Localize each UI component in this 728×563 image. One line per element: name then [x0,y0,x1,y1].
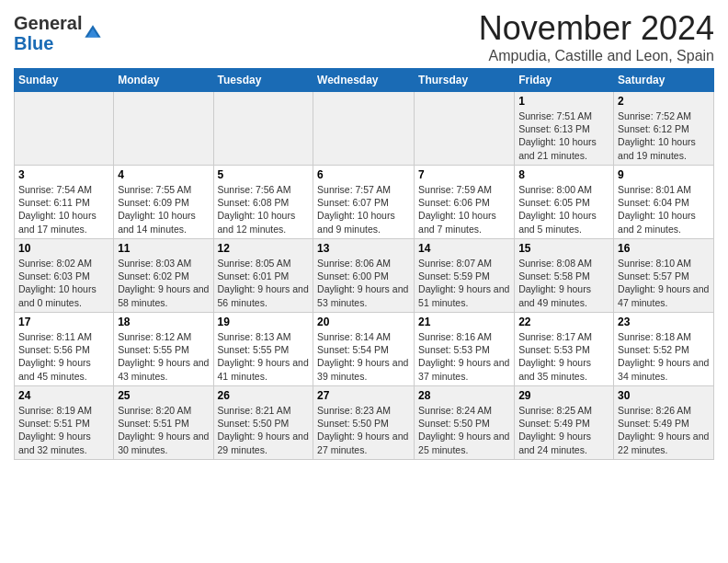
calendar-cell: 7Sunrise: 7:59 AM Sunset: 6:06 PM Daylig… [415,166,515,239]
page: General Blue November 2024 Ampudia, Cast… [0,0,728,469]
day-number: 29 [518,389,609,402]
day-info: Sunrise: 8:14 AM Sunset: 5:54 PM Dayligh… [317,331,408,382]
day-number: 2 [618,95,710,108]
col-friday: Friday [515,69,614,92]
day-info: Sunrise: 8:06 AM Sunset: 6:00 PM Dayligh… [317,258,408,308]
calendar-table: Sunday Monday Tuesday Wednesday Thursday… [14,68,714,460]
day-number: 1 [518,95,609,108]
day-info: Sunrise: 8:16 AM Sunset: 5:53 PM Dayligh… [418,331,509,382]
day-info: Sunrise: 7:51 AM Sunset: 6:13 PM Dayligh… [518,110,597,161]
logo-general: General [14,13,82,33]
day-number: 8 [518,168,609,181]
header-row: Sunday Monday Tuesday Wednesday Thursday… [15,69,714,92]
day-info: Sunrise: 8:08 AM Sunset: 5:58 PM Dayligh… [518,258,592,308]
day-number: 19 [218,316,310,328]
day-number: 25 [118,389,209,402]
calendar-cell: 22Sunrise: 8:17 AM Sunset: 5:53 PM Dayli… [515,313,614,386]
title-area: November 2024 Ampudia, Castille and Leon… [479,9,714,64]
day-info: Sunrise: 8:03 AM Sunset: 6:02 PM Dayligh… [118,258,209,308]
day-number: 7 [418,168,510,181]
logo-blue: Blue [14,33,53,53]
day-info: Sunrise: 8:10 AM Sunset: 5:57 PM Dayligh… [618,258,709,308]
day-info: Sunrise: 7:56 AM Sunset: 6:08 PM Dayligh… [218,184,296,235]
day-number: 27 [317,389,410,402]
day-number: 11 [118,242,209,255]
calendar-cell: 18Sunrise: 8:12 AM Sunset: 5:55 PM Dayli… [114,313,213,386]
day-info: Sunrise: 7:57 AM Sunset: 6:07 PM Dayligh… [317,184,395,235]
calendar-cell [213,92,313,166]
calendar-cell [15,92,114,166]
day-number: 24 [18,389,109,402]
day-number: 10 [18,242,109,255]
calendar-cell: 9Sunrise: 8:01 AM Sunset: 6:04 PM Daylig… [614,166,714,239]
calendar-cell: 3Sunrise: 7:54 AM Sunset: 6:11 PM Daylig… [15,166,114,239]
day-number: 6 [317,168,410,181]
day-number: 17 [18,316,109,328]
day-number: 15 [518,242,609,255]
day-number: 14 [418,242,510,255]
calendar-cell: 4Sunrise: 7:55 AM Sunset: 6:09 PM Daylig… [114,166,213,239]
subtitle: Ampudia, Castille and Leon, Spain [479,48,714,64]
calendar-cell: 29Sunrise: 8:25 AM Sunset: 5:49 PM Dayli… [515,386,614,460]
month-title: November 2024 [479,9,714,48]
day-number: 5 [218,168,310,181]
calendar-cell: 5Sunrise: 7:56 AM Sunset: 6:08 PM Daylig… [213,166,313,239]
day-info: Sunrise: 8:24 AM Sunset: 5:50 PM Dayligh… [418,405,509,455]
col-tuesday: Tuesday [213,69,313,92]
day-number: 23 [618,316,710,328]
day-number: 16 [618,242,710,255]
calendar-cell: 25Sunrise: 8:20 AM Sunset: 5:51 PM Dayli… [114,386,213,460]
day-info: Sunrise: 8:07 AM Sunset: 5:59 PM Dayligh… [418,258,509,308]
calendar-cell: 23Sunrise: 8:18 AM Sunset: 5:52 PM Dayli… [614,313,714,386]
logo-text: General Blue [14,13,82,53]
calendar-cell: 28Sunrise: 8:24 AM Sunset: 5:50 PM Dayli… [415,386,515,460]
week-row-3: 17Sunrise: 8:11 AM Sunset: 5:56 PM Dayli… [15,313,714,386]
calendar-cell: 20Sunrise: 8:14 AM Sunset: 5:54 PM Dayli… [313,313,415,386]
calendar-cell: 10Sunrise: 8:02 AM Sunset: 6:03 PM Dayli… [15,239,114,313]
day-info: Sunrise: 7:59 AM Sunset: 6:06 PM Dayligh… [418,184,496,235]
day-info: Sunrise: 7:52 AM Sunset: 6:12 PM Dayligh… [618,110,696,161]
col-sunday: Sunday [15,69,114,92]
day-info: Sunrise: 8:18 AM Sunset: 5:52 PM Dayligh… [618,331,709,382]
logo-icon [84,24,102,42]
col-monday: Monday [114,69,213,92]
calendar-cell [114,92,213,166]
logo: General Blue [14,13,102,53]
day-info: Sunrise: 7:54 AM Sunset: 6:11 PM Dayligh… [18,184,97,235]
week-row-1: 3Sunrise: 7:54 AM Sunset: 6:11 PM Daylig… [15,166,714,239]
calendar-cell: 1Sunrise: 7:51 AM Sunset: 6:13 PM Daylig… [515,92,614,166]
day-info: Sunrise: 8:25 AM Sunset: 5:49 PM Dayligh… [518,405,592,455]
calendar-cell: 27Sunrise: 8:23 AM Sunset: 5:50 PM Dayli… [313,386,415,460]
week-row-2: 10Sunrise: 8:02 AM Sunset: 6:03 PM Dayli… [15,239,714,313]
day-info: Sunrise: 8:00 AM Sunset: 6:05 PM Dayligh… [518,184,597,235]
day-info: Sunrise: 8:11 AM Sunset: 5:56 PM Dayligh… [18,331,92,382]
col-thursday: Thursday [415,69,515,92]
day-number: 12 [218,242,310,255]
calendar-cell: 21Sunrise: 8:16 AM Sunset: 5:53 PM Dayli… [415,313,515,386]
day-number: 28 [418,389,510,402]
calendar-cell: 17Sunrise: 8:11 AM Sunset: 5:56 PM Dayli… [15,313,114,386]
calendar-cell: 30Sunrise: 8:26 AM Sunset: 5:49 PM Dayli… [614,386,714,460]
header: General Blue November 2024 Ampudia, Cast… [14,9,714,64]
day-info: Sunrise: 8:13 AM Sunset: 5:55 PM Dayligh… [218,331,309,382]
calendar-cell: 12Sunrise: 8:05 AM Sunset: 6:01 PM Dayli… [213,239,313,313]
day-number: 4 [118,168,209,181]
day-info: Sunrise: 8:01 AM Sunset: 6:04 PM Dayligh… [618,184,696,235]
calendar-cell [313,92,415,166]
calendar-cell: 14Sunrise: 8:07 AM Sunset: 5:59 PM Dayli… [415,239,515,313]
day-number: 18 [118,316,209,328]
calendar-cell: 26Sunrise: 8:21 AM Sunset: 5:50 PM Dayli… [213,386,313,460]
calendar-cell: 19Sunrise: 8:13 AM Sunset: 5:55 PM Dayli… [213,313,313,386]
week-row-4: 24Sunrise: 8:19 AM Sunset: 5:51 PM Dayli… [15,386,714,460]
day-number: 3 [18,168,109,181]
day-number: 30 [618,389,710,402]
day-info: Sunrise: 8:26 AM Sunset: 5:49 PM Dayligh… [618,405,709,455]
day-number: 9 [618,168,710,181]
calendar-cell: 2Sunrise: 7:52 AM Sunset: 6:12 PM Daylig… [614,92,714,166]
calendar-cell: 8Sunrise: 8:00 AM Sunset: 6:05 PM Daylig… [515,166,614,239]
day-info: Sunrise: 8:19 AM Sunset: 5:51 PM Dayligh… [18,405,92,455]
day-info: Sunrise: 8:02 AM Sunset: 6:03 PM Dayligh… [18,258,97,308]
calendar-cell: 13Sunrise: 8:06 AM Sunset: 6:00 PM Dayli… [313,239,415,313]
calendar-cell: 24Sunrise: 8:19 AM Sunset: 5:51 PM Dayli… [15,386,114,460]
day-number: 20 [317,316,410,328]
